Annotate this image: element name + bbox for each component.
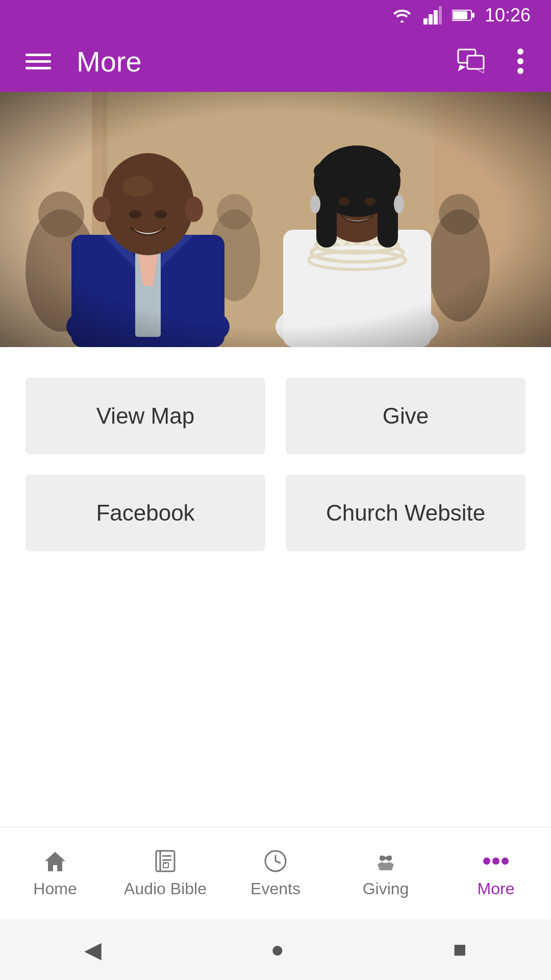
bottom-nav: Home Audio Bible Events Giving [0, 827, 551, 919]
svg-point-10 [517, 58, 523, 64]
android-home-button[interactable]: ● [250, 932, 305, 967]
heart-hand-icon [372, 848, 399, 874]
status-bar: 10:26 [0, 0, 551, 31]
svg-rect-3 [439, 6, 442, 24]
app-bar-title: More [77, 45, 432, 78]
svg-point-68 [502, 857, 509, 865]
book-icon [152, 848, 179, 874]
chat-button[interactable] [452, 43, 490, 79]
nav-events-label: Events [251, 879, 300, 898]
svg-point-9 [517, 48, 523, 55]
android-recent-button[interactable]: ■ [433, 932, 487, 967]
wifi-icon [391, 7, 413, 24]
hero-image [0, 92, 551, 347]
svg-point-67 [492, 857, 499, 865]
svg-point-66 [483, 857, 490, 865]
svg-rect-6 [472, 13, 474, 18]
overflow-icon [515, 47, 525, 75]
status-time: 10:26 [485, 5, 531, 26]
church-website-button[interactable]: Church Website [286, 475, 525, 551]
android-nav-bar: ◀ ● ■ [0, 919, 551, 980]
give-button[interactable]: Give [286, 378, 525, 454]
nav-more-label: More [478, 879, 515, 898]
nav-home[interactable]: Home [0, 827, 110, 919]
chat-icon [457, 48, 485, 74]
svg-rect-0 [423, 18, 428, 24]
dots-icon [483, 848, 509, 874]
nav-audio-bible[interactable]: Audio Bible [110, 827, 220, 919]
nav-events[interactable]: Events [220, 827, 331, 919]
svg-line-65 [276, 861, 281, 863]
battery-icon [452, 8, 474, 22]
button-row-1: View Map Give [26, 378, 525, 454]
android-back-button[interactable]: ◀ [64, 932, 122, 968]
nav-audio-bible-label: Audio Bible [124, 879, 207, 898]
svg-rect-5 [453, 11, 467, 19]
view-map-button[interactable]: View Map [26, 378, 265, 454]
svg-point-11 [517, 68, 523, 74]
svg-rect-56 [0, 92, 551, 347]
nav-giving[interactable]: Giving [331, 827, 441, 919]
facebook-button[interactable]: Facebook [26, 475, 265, 551]
button-row-2: Facebook Church Website [26, 475, 525, 551]
svg-rect-8 [467, 56, 484, 69]
menu-button[interactable] [20, 48, 56, 75]
hero-svg [0, 92, 551, 347]
nav-home-label: Home [33, 879, 77, 898]
svg-rect-1 [429, 14, 433, 24]
clock-icon [262, 848, 289, 874]
nav-more[interactable]: More [441, 827, 551, 919]
overflow-menu-button[interactable] [510, 42, 531, 80]
app-bar: More [0, 31, 551, 92]
signal-icon [423, 6, 442, 24]
nav-giving-label: Giving [363, 879, 409, 898]
content-area: View Map Give Facebook Church Website [0, 347, 551, 827]
svg-rect-2 [434, 10, 438, 24]
home-icon [42, 848, 68, 874]
